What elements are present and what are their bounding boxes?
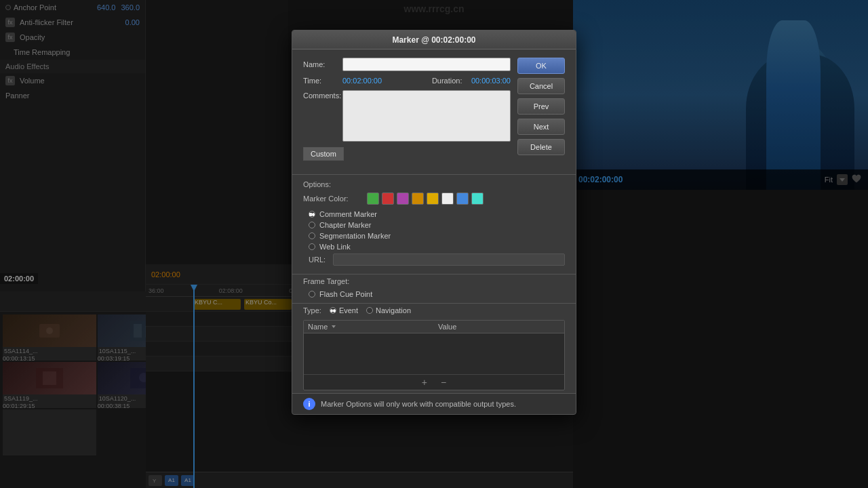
event-option: Event bbox=[330, 306, 358, 314]
marker-color-label: Marker Color: bbox=[303, 195, 364, 203]
modal-overlay: Marker @ 00:02:00:00 Name: Time: 00:02:0… bbox=[0, 0, 868, 488]
next-button[interactable]: Next bbox=[517, 119, 565, 135]
nv-col-name: Name bbox=[304, 321, 434, 333]
options-label: Options: bbox=[303, 180, 565, 188]
cancel-button[interactable]: Cancel bbox=[517, 78, 565, 94]
nv-col-value: Value bbox=[434, 321, 564, 333]
duration-label: Duration: bbox=[432, 77, 466, 85]
comment-marker-row: Comment Marker bbox=[303, 210, 565, 218]
prev-button[interactable]: Prev bbox=[517, 98, 565, 115]
comments-input[interactable] bbox=[342, 90, 511, 142]
name-row: Name: bbox=[303, 58, 511, 71]
frame-target-section: Frame Target: Flash Cue Point bbox=[292, 274, 576, 303]
info-text: Marker Options will only work with compa… bbox=[321, 400, 516, 408]
web-link-label: Web Link bbox=[319, 243, 351, 251]
url-row: URL: bbox=[303, 253, 565, 266]
navigation-option: Navigation bbox=[366, 306, 411, 314]
chapter-marker-radio[interactable] bbox=[309, 222, 315, 228]
custom-tab[interactable]: Custom bbox=[303, 147, 344, 161]
url-input[interactable] bbox=[333, 253, 565, 266]
nv-footer: + − bbox=[304, 374, 564, 390]
tab-row: Custom bbox=[303, 147, 511, 161]
flash-cue-label: Flash Cue Point bbox=[319, 290, 372, 298]
navigation-label: Navigation bbox=[376, 306, 411, 314]
time-duration-row: Time: 00:02:00:00 Duration: 00:00:03:00 bbox=[303, 77, 511, 85]
sort-icon bbox=[332, 325, 336, 328]
comment-marker-radio[interactable] bbox=[309, 211, 315, 218]
flash-cue-row: Flash Cue Point bbox=[303, 288, 565, 300]
flash-cue-radio[interactable] bbox=[309, 291, 315, 298]
nv-header: Name Value bbox=[304, 321, 564, 333]
marker-color-row: Marker Color: bbox=[303, 192, 565, 205]
modal-titlebar: Marker @ 00:02:00:00 bbox=[292, 30, 576, 49]
chapter-marker-row: Chapter Marker bbox=[303, 221, 565, 229]
segmentation-marker-row: Segmentation Marker bbox=[303, 232, 565, 240]
url-label: URL: bbox=[309, 256, 329, 264]
web-link-radio[interactable] bbox=[309, 243, 315, 250]
navigation-radio[interactable] bbox=[366, 307, 373, 314]
web-link-row: Web Link bbox=[303, 243, 565, 251]
color-blue[interactable] bbox=[456, 192, 469, 205]
marker-dialog: Marker @ 00:02:00:00 Name: Time: 00:02:0… bbox=[292, 30, 576, 415]
duration-value: 00:00:03:00 bbox=[471, 77, 511, 85]
comments-label: Comments: bbox=[303, 92, 337, 100]
name-value-table: Name Value + − bbox=[303, 320, 565, 390]
segmentation-marker-radio[interactable] bbox=[309, 232, 315, 239]
frame-target-label: Frame Target: bbox=[303, 277, 565, 285]
name-input[interactable] bbox=[342, 58, 511, 71]
modal-main-body: Name: Time: 00:02:00:00 Duration: 00:00:… bbox=[292, 49, 576, 174]
event-label: Event bbox=[339, 306, 358, 314]
info-icon: i bbox=[303, 398, 315, 410]
color-orange[interactable] bbox=[412, 192, 424, 205]
color-white[interactable] bbox=[441, 192, 454, 205]
color-green[interactable] bbox=[367, 192, 379, 205]
modal-buttons: OK Cancel Prev Next Delete bbox=[517, 58, 565, 166]
delete-button[interactable]: Delete bbox=[517, 139, 565, 155]
comments-row: Comments: bbox=[303, 90, 511, 142]
comment-marker-label: Comment Marker bbox=[319, 210, 377, 218]
type-row: Type: Event Navigation bbox=[292, 303, 576, 317]
modal-form: Name: Time: 00:02:00:00 Duration: 00:00:… bbox=[303, 58, 511, 166]
color-red[interactable] bbox=[382, 192, 394, 205]
name-label: Name: bbox=[303, 60, 337, 68]
type-label: Type: bbox=[303, 306, 321, 314]
info-row: i Marker Options will only work with com… bbox=[292, 393, 576, 414]
ok-button[interactable]: OK bbox=[517, 58, 565, 74]
color-yellow[interactable] bbox=[427, 192, 439, 205]
add-row-btn[interactable]: + bbox=[422, 377, 427, 388]
remove-row-btn[interactable]: − bbox=[441, 377, 446, 388]
time-label: Time: bbox=[303, 77, 337, 85]
color-purple[interactable] bbox=[397, 192, 409, 205]
modal-title: Marker @ 00:02:00:00 bbox=[392, 35, 475, 45]
nv-body bbox=[304, 333, 564, 374]
options-section: Options: Marker Color: Comment Marker bbox=[292, 174, 576, 274]
time-value: 00:02:00:00 bbox=[342, 77, 382, 85]
chapter-marker-label: Chapter Marker bbox=[319, 221, 371, 229]
event-radio[interactable] bbox=[330, 307, 336, 314]
color-teal[interactable] bbox=[471, 192, 484, 205]
segmentation-marker-label: Segmentation Marker bbox=[319, 232, 391, 240]
